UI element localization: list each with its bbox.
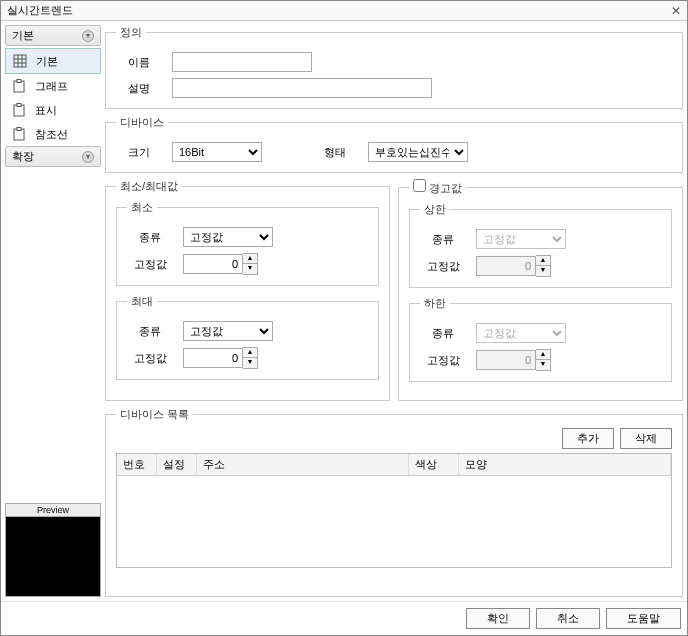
max-fixed-spinner[interactable]: ▲▼ <box>183 347 258 369</box>
warn-legend: 경고값 <box>409 179 466 196</box>
device-table[interactable]: 번호 설정 주소 색상 모양 <box>116 453 672 568</box>
sidebar-section-basic[interactable]: 기본 ▼ <box>5 25 101 46</box>
clipboard-icon <box>11 102 27 118</box>
warn-checkbox[interactable] <box>413 179 426 192</box>
preview-area <box>5 517 101 597</box>
max-group: 최대 종류 고정값 고정값 ▲▼ <box>116 294 379 380</box>
help-button[interactable]: 도움말 <box>606 608 681 629</box>
min-kind-label: 종류 <box>127 230 173 245</box>
min-fixed-label: 고정값 <box>127 257 173 272</box>
spin-up-icon: ▲ <box>536 256 550 266</box>
sidebar-item-refline[interactable]: 참조선 <box>5 122 101 146</box>
max-fixed-input[interactable] <box>183 348 243 368</box>
type-label: 형태 <box>312 145 358 160</box>
lower-fixed-label: 고정값 <box>420 353 466 368</box>
name-label: 이름 <box>116 55 162 70</box>
min-fixed-input[interactable] <box>183 254 243 274</box>
clipboard-icon <box>11 78 27 94</box>
upper-legend: 상한 <box>420 202 450 217</box>
type-select[interactable]: 부호있는십진수 <box>368 142 468 162</box>
svg-rect-10 <box>17 128 21 131</box>
sidebar-item-label: 표시 <box>35 103 57 118</box>
upper-fixed-spinner: ▲▼ <box>476 255 551 277</box>
lower-kind-select[interactable]: 고정값 <box>476 323 566 343</box>
upper-fixed-label: 고정값 <box>420 259 466 274</box>
preview-panel: Preview <box>5 503 101 597</box>
device-group: 디바이스 크기 16Bit 형태 부호있는십진수 <box>105 115 683 173</box>
window-title: 실시간트렌드 <box>7 3 73 18</box>
min-kind-select[interactable]: 고정값 <box>183 227 273 247</box>
upper-group: 상한 종류 고정값 고정값 ▲▼ <box>409 202 672 288</box>
lower-fixed-spinner: ▲▼ <box>476 349 551 371</box>
sidebar-section-ext-label: 확장 <box>12 149 34 164</box>
max-kind-label: 종류 <box>127 324 173 339</box>
max-fixed-label: 고정값 <box>127 351 173 366</box>
devicelist-group: 디바이스 목록 추가 삭제 번호 설정 주소 색상 모양 <box>105 407 683 597</box>
max-kind-select[interactable]: 고정값 <box>183 321 273 341</box>
main-panel: 정의 이름 설명 디바이스 크기 16Bit 형태 <box>105 25 683 597</box>
definition-group: 정의 이름 설명 <box>105 25 683 109</box>
col-setting: 설정 <box>157 454 197 475</box>
definition-legend: 정의 <box>116 25 146 40</box>
collapse-icon[interactable]: ▼ <box>82 30 94 42</box>
svg-rect-6 <box>17 80 21 83</box>
upper-kind-label: 종류 <box>420 232 466 247</box>
col-color: 색상 <box>409 454 459 475</box>
size-select[interactable]: 16Bit <box>172 142 262 162</box>
upper-kind-select[interactable]: 고정값 <box>476 229 566 249</box>
close-icon[interactable]: ✕ <box>671 4 681 18</box>
add-button[interactable]: 추가 <box>562 428 614 449</box>
minmax-group: 최소/최대값 최소 종류 고정값 고정값 <box>105 179 390 401</box>
titlebar: 실시간트렌드 ✕ <box>1 1 687 21</box>
col-shape: 모양 <box>459 454 671 475</box>
ok-button[interactable]: 확인 <box>466 608 530 629</box>
lower-group: 하한 종류 고정값 고정값 ▲▼ <box>409 296 672 382</box>
spin-down-icon[interactable]: ▼ <box>243 264 257 274</box>
device-legend: 디바이스 <box>116 115 168 130</box>
size-label: 크기 <box>116 145 162 160</box>
dialog-footer: 확인 취소 도움말 <box>1 601 687 635</box>
collapse-icon[interactable]: ▼ <box>82 151 94 163</box>
col-address: 주소 <box>197 454 409 475</box>
svg-rect-0 <box>14 55 26 67</box>
sidebar-item-label: 그래프 <box>35 79 68 94</box>
grid-icon <box>12 53 28 69</box>
spin-down-icon: ▼ <box>536 360 550 370</box>
sidebar-item-basic[interactable]: 기본 <box>5 48 101 74</box>
spin-up-icon[interactable]: ▲ <box>243 254 257 264</box>
desc-input[interactable] <box>172 78 432 98</box>
min-legend: 최소 <box>127 200 157 215</box>
cancel-button[interactable]: 취소 <box>536 608 600 629</box>
sidebar-item-label: 기본 <box>36 54 58 69</box>
clipboard-icon <box>11 126 27 142</box>
sidebar-section-basic-label: 기본 <box>12 28 34 43</box>
minmax-warn-row: 최소/최대값 최소 종류 고정값 고정값 <box>105 179 683 401</box>
dialog-body: 기본 ▼ 기본 그래프 표시 <box>1 21 687 601</box>
warn-group: 경고값 상한 종류 고정값 고정값 <box>398 179 683 401</box>
desc-label: 설명 <box>116 81 162 96</box>
min-group: 최소 종류 고정값 고정값 ▲▼ <box>116 200 379 286</box>
svg-rect-8 <box>17 104 21 107</box>
lower-legend: 하한 <box>420 296 450 311</box>
minmax-legend: 최소/최대값 <box>116 179 182 194</box>
devicelist-legend: 디바이스 목록 <box>116 407 193 422</box>
spin-up-icon[interactable]: ▲ <box>243 348 257 358</box>
sidebar-item-graph[interactable]: 그래프 <box>5 74 101 98</box>
spin-up-icon: ▲ <box>536 350 550 360</box>
sidebar-item-display[interactable]: 표시 <box>5 98 101 122</box>
name-input[interactable] <box>172 52 312 72</box>
preview-label: Preview <box>5 503 101 517</box>
sidebar-item-label: 참조선 <box>35 127 68 142</box>
delete-button[interactable]: 삭제 <box>620 428 672 449</box>
col-number: 번호 <box>117 454 157 475</box>
upper-fixed-input <box>476 256 536 276</box>
lower-fixed-input <box>476 350 536 370</box>
spin-down-icon[interactable]: ▼ <box>243 358 257 368</box>
dialog-window: 실시간트렌드 ✕ 기본 ▼ 기본 그래프 <box>0 0 688 636</box>
min-fixed-spinner[interactable]: ▲▼ <box>183 253 258 275</box>
sidebar-section-ext[interactable]: 확장 ▼ <box>5 146 101 167</box>
table-header: 번호 설정 주소 색상 모양 <box>117 454 671 476</box>
max-legend: 최대 <box>127 294 157 309</box>
spin-down-icon: ▼ <box>536 266 550 276</box>
warn-legend-text: 경고값 <box>429 182 462 194</box>
